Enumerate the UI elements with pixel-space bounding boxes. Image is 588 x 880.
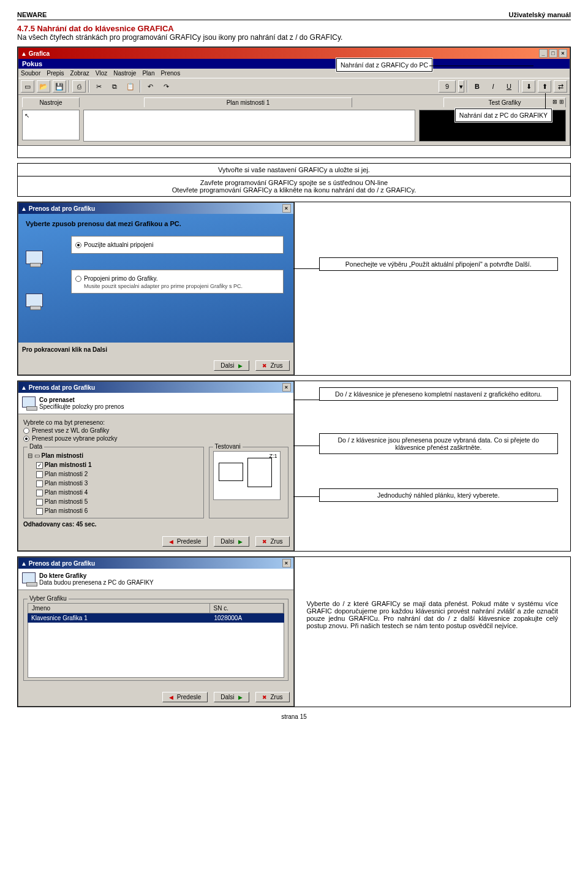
wiz2-eta: Odhadovany cas: 45 sec. bbox=[23, 521, 288, 528]
wiz3-close[interactable]: × bbox=[282, 559, 291, 567]
callout-keep-connection: Ponechejte ve výběru „Použít aktuální př… bbox=[319, 257, 559, 271]
underline-icon[interactable]: U bbox=[502, 80, 516, 93]
download-from-grafica-icon[interactable]: ⬇ bbox=[522, 80, 535, 93]
maximize-button[interactable]: □ bbox=[549, 49, 557, 58]
fontsize-field[interactable]: 9 bbox=[439, 80, 456, 93]
paste-icon[interactable]: 📋 bbox=[124, 80, 137, 93]
wiz1-opt-direct[interactable]: Propojeni primo do Grafiky. bbox=[75, 275, 279, 282]
group-test-legend: Testovani bbox=[213, 443, 243, 450]
wiz3-subheading: Data budou prenesena z PC do GRAFIKY bbox=[39, 579, 154, 586]
section-intro: Na všech čtyřech stránkách pro programov… bbox=[17, 33, 571, 42]
callout-upload: Nahrání dat z PC do GRAFIKY bbox=[455, 108, 552, 122]
callout-select-grafica: Vyberte do / z které GRAFICy se mají dat… bbox=[307, 600, 559, 629]
pc-small-icon bbox=[22, 396, 36, 408]
doc-title: Uživatelský manuál bbox=[509, 11, 571, 18]
wiz3-next-button[interactable]: Dalsi bbox=[214, 692, 249, 702]
wiz2-close[interactable]: × bbox=[282, 383, 291, 392]
group-data-legend: Data bbox=[28, 443, 44, 450]
copy-icon[interactable]: ⧉ bbox=[108, 80, 121, 93]
step-1: Vytvořte si vaše nastavení GRAFICy a ulo… bbox=[18, 164, 571, 176]
brand: NEWARE bbox=[17, 11, 47, 18]
wiz3-group-legend: Vyber Grafiku bbox=[28, 595, 69, 602]
wiz1-opt-direct-note: Musite pouzit specialni adapter pro prim… bbox=[84, 283, 279, 289]
bold-icon[interactable]: B bbox=[470, 80, 484, 93]
wiz2-title: Prenos dat pro Grafiku bbox=[29, 384, 95, 391]
page-number: strana 15 bbox=[17, 713, 571, 720]
cut-icon[interactable]: ✂ bbox=[92, 80, 105, 93]
wiz2-radio-all[interactable]: Prenest vse z WL do Grafiky bbox=[23, 427, 288, 434]
wiz2-prev-button[interactable]: Predesle bbox=[162, 536, 208, 547]
monitor-icon bbox=[26, 294, 43, 307]
wiz1-heading: Vyberte zpusob prenosu dat mezi Grafikou… bbox=[22, 218, 290, 230]
wiz3-cancel-button[interactable]: Zrus bbox=[255, 692, 290, 702]
wiz2-question: Vybrete co ma byt preneseno: bbox=[23, 419, 288, 426]
plan-thumbnail: Z:1 bbox=[213, 451, 281, 500]
print-icon[interactable]: ⎙ bbox=[72, 80, 86, 93]
upload-to-grafica-icon[interactable]: ⬆ bbox=[538, 80, 551, 93]
save-icon[interactable]: 💾 bbox=[53, 80, 66, 93]
tab-close-icon[interactable]: ⊠ ⊞ bbox=[552, 99, 564, 105]
fontsize-spinner[interactable]: ▾ bbox=[458, 80, 464, 93]
new-icon[interactable]: ▭ bbox=[21, 80, 34, 93]
undo-icon[interactable]: ↶ bbox=[143, 80, 157, 93]
wiz3-list-header: Jmeno SN c. bbox=[28, 603, 284, 613]
wiz1-next-button[interactable]: Dalsi bbox=[214, 360, 249, 371]
plan-tree[interactable]: ⊟ ▭ Plan mistnosti ✓ Plan mistnosti 1 Pl… bbox=[28, 451, 200, 515]
wiz3-title: Prenos dat pro Grafiku bbox=[29, 560, 95, 567]
wiz2-cancel-button[interactable]: Zrus bbox=[255, 536, 290, 547]
callout-selected-transfer: Do / z klávesnice jsou přenesena pouze v… bbox=[319, 433, 559, 454]
wiz2-next-button[interactable]: Dalsi bbox=[214, 536, 249, 547]
wiz1-opt-current[interactable]: Pouzijte aktualni pripojeni bbox=[75, 241, 279, 248]
app-title: Grafica bbox=[29, 50, 50, 57]
redo-icon[interactable]: ↷ bbox=[159, 80, 173, 93]
wiz3-prev-button[interactable]: Predesle bbox=[162, 692, 208, 702]
wiz2-radio-selected[interactable]: Prenest pouze vybrane polozky bbox=[23, 435, 288, 442]
open-icon[interactable]: 📂 bbox=[37, 80, 50, 93]
step-2: Zavřete programování GRAFICy spojte se s… bbox=[20, 179, 568, 186]
wiz2-heading: Co prenaset bbox=[39, 396, 124, 403]
callout-full-transfer: Do / z klávesnice je přeneseno kompletní… bbox=[319, 387, 559, 401]
toolbar: ▭ 📂 💾 ⎙ ✂ ⧉ 📋 ↶ ↷ 9 ▾ B bbox=[18, 78, 570, 95]
wiz2-subheading: Specifikujte polozky pro prenos bbox=[39, 403, 124, 410]
transfer-icon[interactable]: ⇄ bbox=[554, 80, 567, 93]
wiz3-heading: Do ktere Grafiky bbox=[39, 572, 154, 579]
tab-tools[interactable]: Nastroje bbox=[22, 97, 80, 107]
close-button[interactable]: × bbox=[559, 49, 567, 58]
menubar[interactable]: SouborPrepisZobrazVlozNastrojePlanPrenos bbox=[18, 69, 570, 78]
callout-download: Nahrání dat z GRAFICy do PC bbox=[336, 58, 432, 72]
pc-icon bbox=[26, 251, 43, 264]
pc-small2-icon bbox=[22, 572, 36, 583]
wiz1-cancel-button[interactable]: Zrus bbox=[255, 360, 290, 371]
step-3: Otevřete programování GRAFICy a klikněte… bbox=[20, 186, 568, 194]
section-heading: 4.7.5 Nahrání dat do klávesnice GRAFICA bbox=[17, 24, 571, 33]
tab-test[interactable]: Test Grafiky⊠ ⊞ bbox=[443, 97, 566, 107]
italic-icon[interactable]: I bbox=[486, 80, 500, 93]
callout-thumbnail: Jednoduchý náhled plánku, který vyberete… bbox=[319, 488, 559, 502]
wiz1-title: Prenos dat pro Grafiku bbox=[29, 205, 95, 212]
wiz1-close[interactable]: × bbox=[282, 204, 291, 213]
minimize-button[interactable]: _ bbox=[539, 49, 548, 58]
document-name-bar: Pokus bbox=[18, 59, 570, 69]
pointer-icon[interactable]: ↖ bbox=[24, 112, 29, 119]
wiz1-continue-hint: Pro pokracovani klik na Dalsi bbox=[18, 343, 293, 357]
tab-plan[interactable]: Plan mistnosti 1 bbox=[144, 97, 352, 107]
wiz3-list-row[interactable]: Klavesnice Grafika 1 1028000A bbox=[28, 613, 284, 623]
